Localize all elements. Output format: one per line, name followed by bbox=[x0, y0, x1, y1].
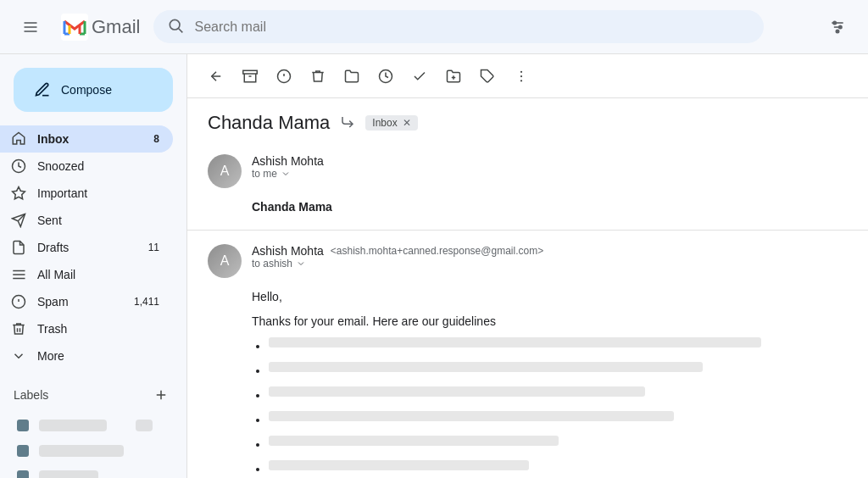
message-header-1: A Ashish Mohta to me bbox=[208, 154, 848, 188]
svg-point-32 bbox=[520, 70, 522, 72]
sender-name-2: Ashish Mohta bbox=[252, 244, 324, 258]
filter-button[interactable] bbox=[821, 10, 854, 44]
forward-icon[interactable] bbox=[340, 114, 355, 132]
labels-section-header: Labels bbox=[0, 370, 186, 414]
svg-point-12 bbox=[836, 30, 838, 32]
message-body-subject: Chanda Mama bbox=[252, 200, 332, 214]
list-item[interactable] bbox=[7, 414, 166, 437]
important-icon bbox=[10, 185, 27, 202]
sent-icon bbox=[10, 212, 27, 229]
sidebar-item-inbox[interactable]: Inbox 8 bbox=[0, 125, 173, 153]
app-body: Compose Inbox 8 bbox=[0, 54, 868, 478]
list-item[interactable] bbox=[7, 439, 166, 463]
to-row-2[interactable]: to ashish bbox=[252, 258, 848, 270]
email-view: Chanda Mama Inbox ✕ A bbox=[186, 54, 868, 478]
sidebar: Compose Inbox 8 bbox=[0, 54, 186, 478]
list-item[interactable] bbox=[7, 464, 166, 478]
spam-count: 1,411 bbox=[134, 296, 159, 308]
svg-point-34 bbox=[520, 80, 522, 81]
sidebar-item-spam[interactable]: Spam 1,411 bbox=[0, 288, 173, 315]
label-button[interactable] bbox=[472, 61, 503, 92]
snooze-button[interactable] bbox=[370, 61, 401, 92]
mark-unread-button[interactable] bbox=[269, 61, 299, 92]
allmail-icon bbox=[10, 266, 27, 283]
svg-point-33 bbox=[520, 75, 522, 76]
sidebar-item-allmail[interactable]: All Mail bbox=[0, 261, 173, 288]
labels-list bbox=[0, 414, 186, 478]
more-label: More bbox=[37, 349, 159, 363]
to-label-1: to me bbox=[252, 168, 277, 180]
sidebar-item-more[interactable]: More bbox=[0, 342, 173, 370]
inbox-tag: Inbox ✕ bbox=[365, 115, 417, 131]
important-label: Important bbox=[37, 186, 159, 200]
search-icon bbox=[167, 17, 184, 36]
sender-email-2: <ashish.mohta+canned.response@gmail.com> bbox=[331, 245, 543, 257]
more-icon bbox=[10, 347, 27, 364]
menu-button[interactable] bbox=[14, 10, 47, 44]
drafts-label: Drafts bbox=[37, 241, 138, 254]
more-actions-button[interactable] bbox=[506, 61, 537, 92]
check-button[interactable] bbox=[404, 61, 435, 92]
email-subject: Chanda Mama bbox=[208, 112, 330, 134]
sidebar-item-sent[interactable]: Sent bbox=[0, 207, 173, 234]
sidebar-item-trash[interactable]: Trash bbox=[0, 315, 173, 342]
compose-button[interactable]: Compose bbox=[14, 68, 173, 112]
inbox-tag-label: Inbox bbox=[372, 117, 397, 129]
message-body-line1: Thanks for your email. Here are our guid… bbox=[252, 313, 848, 331]
delete-button[interactable] bbox=[303, 61, 333, 92]
labels-title: Labels bbox=[14, 388, 48, 402]
svg-rect-23 bbox=[243, 70, 258, 74]
svg-line-6 bbox=[179, 29, 183, 33]
trash-icon bbox=[10, 320, 27, 337]
move-button[interactable] bbox=[337, 61, 367, 92]
trash-label: Trash bbox=[37, 322, 159, 336]
search-bar[interactable] bbox=[153, 10, 764, 43]
email-toolbar bbox=[187, 54, 868, 98]
inbox-count: 8 bbox=[153, 133, 159, 145]
sender-info-2: Ashish Mohta <ashish.mohta+canned.respon… bbox=[252, 244, 848, 270]
folder-button[interactable] bbox=[438, 61, 469, 92]
sent-label: Sent bbox=[37, 214, 159, 227]
search-input[interactable] bbox=[194, 19, 750, 35]
message-header-2: A Ashish Mohta <ashish.mohta+canned.resp… bbox=[208, 244, 848, 278]
snoozed-icon bbox=[10, 158, 27, 175]
svg-point-5 bbox=[170, 19, 181, 30]
archive-button[interactable] bbox=[235, 61, 265, 92]
svg-point-11 bbox=[839, 25, 842, 28]
spam-icon bbox=[10, 293, 27, 310]
inbox-label: Inbox bbox=[37, 132, 143, 146]
svg-marker-14 bbox=[13, 187, 25, 199]
message-body-2: Hello, Thanks for your email. Here are o… bbox=[208, 288, 848, 478]
app-header: Gmail bbox=[0, 0, 868, 54]
gmail-label: Gmail bbox=[92, 16, 140, 38]
sidebar-item-important[interactable]: Important bbox=[0, 180, 173, 207]
svg-point-10 bbox=[833, 21, 836, 24]
sidebar-item-snoozed[interactable]: Snoozed bbox=[0, 153, 173, 180]
avatar-1: A bbox=[208, 154, 242, 188]
avatar-2: A bbox=[208, 244, 242, 278]
sidebar-item-drafts[interactable]: Drafts 11 bbox=[0, 234, 173, 261]
drafts-count: 11 bbox=[148, 242, 159, 253]
message-greeting: Hello, bbox=[252, 288, 848, 306]
snoozed-label: Snoozed bbox=[37, 159, 159, 173]
inbox-icon bbox=[10, 131, 27, 147]
allmail-label: All Mail bbox=[37, 268, 159, 281]
nav-list: Inbox 8 Snoozed bbox=[0, 125, 186, 370]
inbox-tag-close[interactable]: ✕ bbox=[403, 117, 411, 129]
drafts-icon bbox=[10, 239, 27, 256]
sender-info-1: Ashish Mohta to me bbox=[252, 154, 848, 180]
gmail-app: Gmail bbox=[0, 0, 868, 478]
sender-name-1: Ashish Mohta bbox=[252, 154, 324, 168]
email-subject-row: Chanda Mama Inbox ✕ bbox=[187, 98, 868, 141]
add-label-button[interactable] bbox=[149, 383, 173, 407]
back-button[interactable] bbox=[201, 61, 231, 92]
email-message-2: A Ashish Mohta <ashish.mohta+canned.resp… bbox=[187, 231, 868, 478]
to-row-1[interactable]: to me bbox=[252, 168, 848, 180]
spam-label: Spam bbox=[37, 295, 124, 308]
message-guidelines-list bbox=[252, 337, 848, 478]
message-body-1: Chanda Mama bbox=[208, 198, 848, 216]
gmail-logo[interactable]: Gmail bbox=[61, 14, 140, 41]
compose-label: Compose bbox=[61, 83, 112, 97]
to-label-2: to ashish bbox=[252, 258, 292, 270]
email-message-1: A Ashish Mohta to me bbox=[187, 141, 868, 231]
